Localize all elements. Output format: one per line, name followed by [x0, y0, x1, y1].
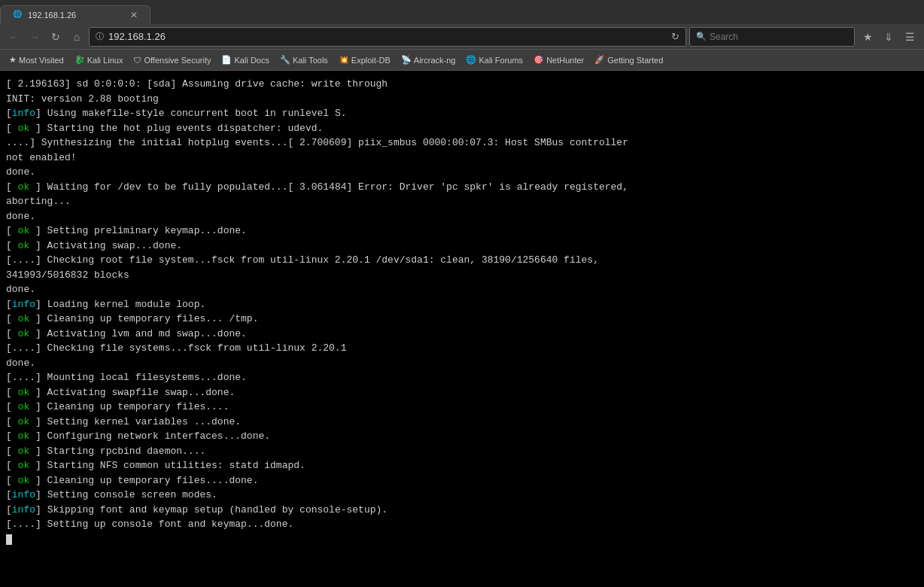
- ok-tag: ok: [18, 328, 30, 339]
- terminal-line: 341993/5016832 blocks: [6, 268, 918, 283]
- ok-tag: ok: [18, 387, 30, 398]
- bookmark-kali-forums[interactable]: 🌐 Kali Forums: [461, 53, 527, 66]
- address-bar[interactable]: ⓘ 192.168.1.26 ↻: [89, 27, 686, 47]
- terminal-line: done.: [6, 356, 918, 371]
- star-icon: ★: [9, 55, 17, 65]
- getting-started-icon: 🚀: [594, 55, 605, 65]
- ok-tag: ok: [18, 225, 30, 236]
- terminal-line: [ ok ] Activating swap...done.: [6, 239, 918, 254]
- terminal-line: [ ok ] Waiting for /dev to be fully popu…: [6, 180, 918, 195]
- bookmark-label: Aircrack-ng: [414, 56, 456, 65]
- terminal-line: [ ok ] Cleaning up temporary files... /t…: [6, 312, 918, 327]
- terminal-line: done.: [6, 209, 918, 224]
- bookmark-label: Offensive Security: [144, 56, 211, 65]
- terminal-line: [info] Setting console screen modes.: [6, 488, 918, 503]
- forward-button[interactable]: →: [26, 28, 44, 46]
- navigation-bar: ← → ↻ ⌂ ⓘ 192.168.1.26 ↻ 🔍 ★ ⇓ ☰: [0, 24, 924, 50]
- tab-close-button[interactable]: ✕: [130, 10, 138, 20]
- terminal-line: [....] Checking file systems...fsck from…: [6, 341, 918, 356]
- address-reload-icon: ↻: [671, 31, 679, 42]
- bookmark-label: NetHunter: [546, 56, 584, 65]
- ok-tag: ok: [18, 446, 30, 457]
- terminal-line: not enabled!: [6, 151, 918, 166]
- bookmark-label: Kali Linux: [87, 56, 123, 65]
- download-button[interactable]: ⇓: [879, 27, 898, 47]
- terminal-line: [ ok ] Cleaning up temporary files....: [6, 400, 918, 415]
- search-icon: 🔍: [696, 32, 707, 41]
- terminal-line: [ ok ] Setting kernel variables ...done.: [6, 415, 918, 430]
- bookmark-aircrack[interactable]: 📡 Aircrack-ng: [397, 53, 460, 66]
- terminal-output: [ 2.196163] sd 0:0:0:0: [sda] Assuming d…: [0, 71, 924, 587]
- bookmarks-button[interactable]: ★: [858, 27, 877, 47]
- tools-icon: 🔧: [280, 55, 290, 65]
- bookmark-kali-tools[interactable]: 🔧 Kali Tools: [275, 53, 333, 66]
- address-text: 192.168.1.26: [108, 31, 667, 42]
- bookmark-offensive-security[interactable]: 🛡 Offensive Security: [129, 54, 215, 66]
- bookmark-label: Exploit-DB: [351, 56, 391, 65]
- bookmarks-bar: ★ Most Visited 🐉 Kali Linux 🛡 Offensive …: [0, 50, 924, 71]
- terminal-cursor-line: [6, 532, 918, 547]
- bookmark-kali-docs[interactable]: 📄 Kali Docs: [217, 53, 273, 66]
- search-input[interactable]: [710, 32, 848, 42]
- info-tag: info: [12, 504, 35, 516]
- bookmark-getting-started[interactable]: 🚀 Getting Started: [590, 53, 667, 66]
- terminal-line: [ ok ] Configuring network interfaces...…: [6, 429, 918, 444]
- terminal-line: [ ok ] Starting the hot plug events disp…: [6, 121, 918, 136]
- ok-tag: ok: [18, 181, 30, 193]
- home-button[interactable]: ⌂: [68, 28, 86, 46]
- ok-tag: ok: [18, 240, 30, 251]
- bookmark-label: Getting Started: [607, 56, 663, 65]
- exploit-icon: 💥: [339, 55, 349, 65]
- offensive-icon: 🛡: [133, 56, 141, 65]
- info-tag: info: [12, 489, 35, 500]
- ok-tag: ok: [18, 475, 30, 486]
- bookmark-most-visited[interactable]: ★ Most Visited: [5, 53, 68, 66]
- ok-tag: ok: [18, 460, 30, 471]
- bookmark-label: Most Visited: [19, 56, 64, 65]
- bookmark-label: Kali Tools: [293, 56, 328, 65]
- info-tag: info: [12, 299, 35, 310]
- terminal-line: [ ok ] Activating swapfile swap...done.: [6, 385, 918, 400]
- browser-tab[interactable]: 🌐 192.168.1.26 ✕: [0, 5, 150, 24]
- bookmark-exploit-db[interactable]: 💥 Exploit-DB: [334, 53, 395, 66]
- tab-favicon: 🌐: [13, 10, 23, 20]
- tab-bar: 🌐 192.168.1.26 ✕: [0, 0, 924, 24]
- terminal-line: aborting...: [6, 194, 918, 209]
- reload-button[interactable]: ↻: [47, 28, 65, 46]
- ok-tag: ok: [18, 123, 30, 134]
- terminal-line: [ ok ] Starting rpcbind daemon....: [6, 444, 918, 459]
- forums-icon: 🌐: [466, 55, 476, 65]
- terminal-line: [ ok ] Activating lvm and md swap...done…: [6, 327, 918, 342]
- docs-icon: 📄: [221, 55, 232, 65]
- info-tag: info: [12, 108, 35, 119]
- terminal-line: done.: [6, 282, 918, 297]
- terminal-line: [info] Skipping font and keymap setup (h…: [6, 503, 918, 518]
- terminal-line: [....] Checking root file system...fsck …: [6, 253, 918, 268]
- aircrack-icon: 📡: [401, 55, 412, 65]
- ok-tag: ok: [18, 416, 30, 427]
- ok-tag: ok: [18, 430, 30, 442]
- terminal-line: done.: [6, 165, 918, 180]
- bookmark-label: Kali Docs: [234, 56, 269, 65]
- bookmark-kali-linux[interactable]: 🐉 Kali Linux: [70, 53, 128, 66]
- terminal-line: [ 2.196163] sd 0:0:0:0: [sda] Assuming d…: [6, 77, 918, 92]
- browser-chrome: 🌐 192.168.1.26 ✕ ← → ↻ ⌂ ⓘ 192.168.1.26 …: [0, 0, 924, 71]
- menu-button[interactable]: ☰: [900, 27, 919, 47]
- terminal-line: [info] Loading kernel module loop.: [6, 297, 918, 312]
- security-icon: ⓘ: [96, 31, 104, 42]
- bookmark-nethunter[interactable]: 🎯 NetHunter: [529, 53, 588, 66]
- terminal-line: [....] Mounting local filesystems...done…: [6, 370, 918, 385]
- nav-actions: ★ ⇓ ☰: [858, 27, 919, 47]
- ok-tag: ok: [18, 313, 30, 324]
- terminal-line: [ ok ] Cleaning up temporary files....do…: [6, 473, 918, 488]
- tab-title: 192.168.1.26: [28, 11, 76, 20]
- terminal-cursor: [6, 534, 12, 545]
- nethunter-icon: 🎯: [533, 55, 544, 65]
- search-bar[interactable]: 🔍: [689, 27, 855, 47]
- terminal-line: INIT: version 2.88 booting: [6, 92, 918, 107]
- ok-tag: ok: [18, 401, 30, 412]
- terminal-line: [info] Using makefile-style concurrent b…: [6, 106, 918, 121]
- back-button[interactable]: ←: [5, 28, 23, 46]
- terminal-line: [ ok ] Starting NFS common utilities: st…: [6, 458, 918, 473]
- bookmark-label: Kali Forums: [479, 56, 523, 65]
